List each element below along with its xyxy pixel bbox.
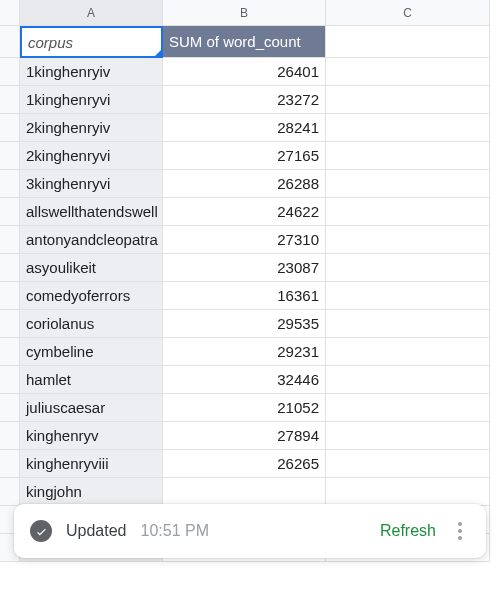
row-gutter xyxy=(0,310,20,338)
cell-value[interactable]: 28241 xyxy=(163,114,326,142)
cell-corpus[interactable]: coriolanus xyxy=(20,310,163,338)
cell-value[interactable]: 26265 xyxy=(163,450,326,478)
cell-corpus[interactable]: kingjohn xyxy=(20,478,163,506)
cell-empty[interactable] xyxy=(326,394,490,422)
refresh-button[interactable]: Refresh xyxy=(380,522,436,540)
cell-corpus[interactable]: 1kinghenryvi xyxy=(20,86,163,114)
row-gutter xyxy=(0,142,20,170)
toast-time: 10:51 PM xyxy=(141,522,209,540)
cell-empty[interactable] xyxy=(326,226,490,254)
column-header-B[interactable]: B xyxy=(163,0,326,26)
cell-corpus[interactable]: 2kinghenryiv xyxy=(20,114,163,142)
cell-value[interactable]: 27165 xyxy=(163,142,326,170)
cell-empty[interactable] xyxy=(326,478,490,506)
row-gutter xyxy=(0,114,20,142)
row-gutter xyxy=(0,394,20,422)
column-header-A[interactable]: A xyxy=(20,0,163,26)
row-gutter xyxy=(0,422,20,450)
cell-corpus[interactable]: comedyoferrors xyxy=(20,282,163,310)
cell-empty[interactable] xyxy=(326,198,490,226)
cell-corpus[interactable]: kinghenryv xyxy=(20,422,163,450)
pivot-sum-header[interactable]: SUM of word_count xyxy=(163,26,326,58)
row-gutter xyxy=(0,338,20,366)
cell-value[interactable]: 29535 xyxy=(163,310,326,338)
pivot-corpus-header[interactable]: corpus xyxy=(20,26,163,58)
cell-corpus[interactable]: kinghenryviii xyxy=(20,450,163,478)
row-gutter xyxy=(0,282,20,310)
cell-empty[interactable] xyxy=(326,114,490,142)
cell-corpus[interactable]: 1kinghenryiv xyxy=(20,58,163,86)
cell-value[interactable]: 21052 xyxy=(163,394,326,422)
cell-value[interactable]: 23272 xyxy=(163,86,326,114)
row-gutter xyxy=(0,26,20,58)
row-gutter xyxy=(0,450,20,478)
row-gutter xyxy=(0,86,20,114)
cell-value[interactable]: 24622 xyxy=(163,198,326,226)
cell-value[interactable]: 23087 xyxy=(163,254,326,282)
cell-value[interactable]: 27310 xyxy=(163,226,326,254)
cell-empty[interactable] xyxy=(326,58,490,86)
cell-empty[interactable] xyxy=(326,450,490,478)
check-icon xyxy=(30,520,52,542)
cell-corpus[interactable]: hamlet xyxy=(20,366,163,394)
cell-value[interactable]: 16361 xyxy=(163,282,326,310)
select-all-corner[interactable] xyxy=(0,0,20,26)
row-gutter xyxy=(0,170,20,198)
cell-corpus[interactable]: juliuscaesar xyxy=(20,394,163,422)
cell-corpus[interactable]: cymbeline xyxy=(20,338,163,366)
row-gutter xyxy=(0,366,20,394)
cell-value[interactable] xyxy=(163,478,326,506)
spreadsheet-grid[interactable]: ABCcorpusSUM of word_count1kinghenryiv26… xyxy=(0,0,500,562)
cell-corpus[interactable]: 3kinghenryvi xyxy=(20,170,163,198)
cell-corpus[interactable]: antonyandcleopatra xyxy=(20,226,163,254)
cell-corpus[interactable]: 2kinghenryvi xyxy=(20,142,163,170)
row-gutter xyxy=(0,478,20,506)
cell-empty[interactable] xyxy=(326,422,490,450)
toast-message: Updated xyxy=(66,522,127,540)
cell-empty[interactable] xyxy=(326,282,490,310)
row-gutter xyxy=(0,58,20,86)
row-gutter xyxy=(0,226,20,254)
cell-value[interactable]: 32446 xyxy=(163,366,326,394)
row-gutter xyxy=(0,198,20,226)
cell-empty[interactable] xyxy=(326,310,490,338)
more-icon[interactable] xyxy=(450,522,470,540)
status-toast: Updated 10:51 PM Refresh xyxy=(14,504,486,558)
cell-empty[interactable] xyxy=(326,86,490,114)
cell-empty[interactable] xyxy=(326,366,490,394)
column-header-C[interactable]: C xyxy=(326,0,490,26)
row-gutter xyxy=(0,254,20,282)
cell-value[interactable]: 27894 xyxy=(163,422,326,450)
cell-corpus[interactable]: allswellthatendswell xyxy=(20,198,163,226)
cell-C1[interactable] xyxy=(326,26,490,58)
cell-value[interactable]: 26288 xyxy=(163,170,326,198)
cell-value[interactable]: 29231 xyxy=(163,338,326,366)
cell-empty[interactable] xyxy=(326,338,490,366)
cell-empty[interactable] xyxy=(326,254,490,282)
cell-corpus[interactable]: asyoulikeit xyxy=(20,254,163,282)
cell-empty[interactable] xyxy=(326,170,490,198)
cell-value[interactable]: 26401 xyxy=(163,58,326,86)
cell-empty[interactable] xyxy=(326,142,490,170)
